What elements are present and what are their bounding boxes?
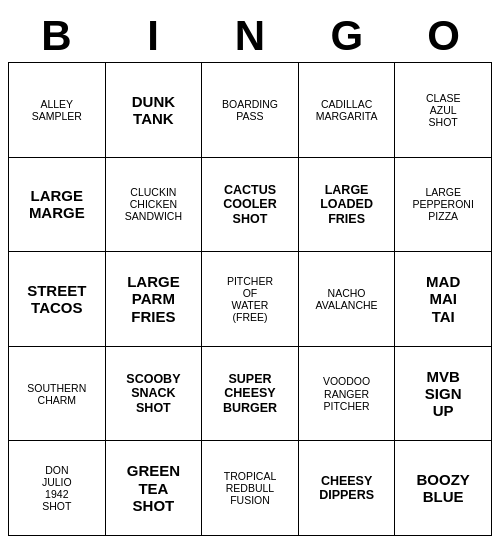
bingo-letter-o: O [404,12,484,60]
cell-r0-c1: DUNK TANK [105,63,202,158]
bingo-header: BINGO [8,8,492,62]
cell-r3-c0: SOUTHERN CHARM [9,346,106,441]
cell-r2-c2: PITCHER OF WATER (FREE) [202,252,299,347]
cell-r2-c0: STREET TACOS [9,252,106,347]
bingo-letter-b: B [16,12,96,60]
bingo-letter-g: G [307,12,387,60]
bingo-letter-n: N [210,12,290,60]
cell-r0-c2: BOARDING PASS [202,63,299,158]
cell-r3-c2: SUPER CHEESY BURGER [202,346,299,441]
cell-r4-c0: DON JULIO 1942 SHOT [9,441,106,536]
cell-r2-c4: MAD MAI TAI [395,252,492,347]
cell-r1-c3: LARGE LOADED FRIES [298,157,395,252]
cell-r4-c2: TROPICAL REDBULL FUSION [202,441,299,536]
cell-r0-c4: CLASE AZUL SHOT [395,63,492,158]
cell-r3-c4: MVB SIGN UP [395,346,492,441]
cell-r4-c4: BOOZY BLUE [395,441,492,536]
cell-r1-c2: CACTUS COOLER SHOT [202,157,299,252]
cell-r2-c1: LARGE PARM FRIES [105,252,202,347]
cell-r1-c4: LARGE PEPPERONI PIZZA [395,157,492,252]
cell-r0-c0: ALLEY SAMPLER [9,63,106,158]
bingo-letter-i: I [113,12,193,60]
cell-r4-c3: CHEESY DIPPERS [298,441,395,536]
bingo-grid: ALLEY SAMPLERDUNK TANKBOARDING PASSCADIL… [8,62,492,536]
cell-r4-c1: GREEN TEA SHOT [105,441,202,536]
cell-r2-c3: NACHO AVALANCHE [298,252,395,347]
cell-r3-c3: VOODOO RANGER PITCHER [298,346,395,441]
cell-r1-c1: CLUCKIN CHICKEN SANDWICH [105,157,202,252]
cell-r1-c0: LARGE MARGE [9,157,106,252]
cell-r0-c3: CADILLAC MARGARITA [298,63,395,158]
cell-r3-c1: SCOOBY SNACK SHOT [105,346,202,441]
